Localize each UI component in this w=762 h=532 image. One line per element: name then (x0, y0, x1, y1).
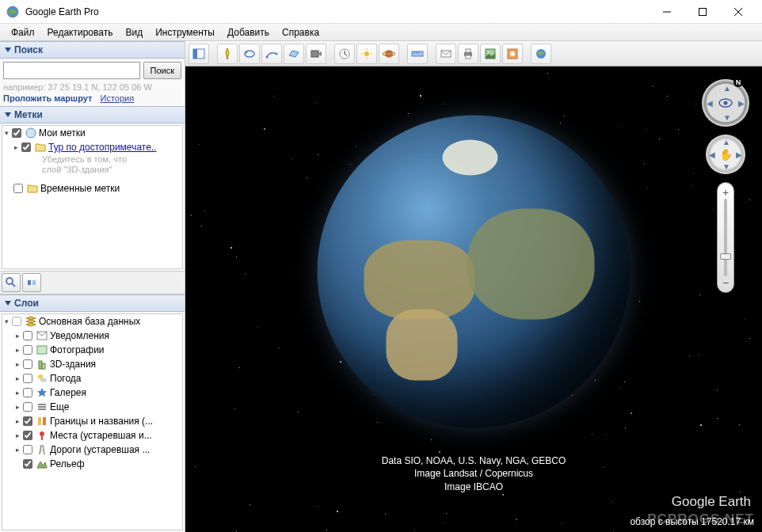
record-button[interactable] (306, 44, 326, 64)
history-link[interactable]: История (100, 93, 134, 103)
menu-view[interactable]: Вид (119, 25, 149, 40)
layer-checkbox[interactable] (23, 431, 32, 440)
minimize-button[interactable] (649, 0, 684, 23)
menu-tools[interactable]: Инструменты (149, 25, 221, 40)
layer-label: Галерея (50, 387, 86, 398)
zoom-thumb[interactable] (720, 253, 731, 260)
tree-toggle[interactable]: ▸ (13, 374, 21, 382)
weather-icon (36, 372, 48, 385)
layers-panel-header[interactable]: Слои (0, 294, 185, 312)
search-marks-button[interactable] (2, 273, 21, 292)
zoom-in-button[interactable]: + (719, 186, 732, 199)
layer-item[interactable]: ▸Погода (2, 371, 182, 386)
image-overlay-button[interactable] (284, 44, 304, 64)
layer-checkbox[interactable] (23, 374, 32, 383)
menu-file[interactable]: Файл (5, 25, 41, 40)
tree-toggle[interactable]: ▾ (2, 317, 10, 325)
layer-item[interactable]: Рельеф (2, 457, 182, 471)
compass-control[interactable]: N ▲ ▼ ◀ ▶ (702, 79, 749, 127)
path-button[interactable] (261, 44, 282, 64)
layer-item[interactable]: ▸Дороги (устаревшая ... (2, 443, 182, 457)
menu-add[interactable]: Добавить (221, 25, 276, 40)
svg-rect-8 (28, 280, 31, 285)
layer-checkbox[interactable] (23, 445, 32, 454)
ruler-button[interactable] (407, 44, 428, 64)
terrain-icon (36, 458, 48, 470)
pan-control[interactable]: ▲ ▼ ◀ ▶ ✋ (706, 135, 745, 174)
layers-root-label[interactable]: Основная база данных (39, 316, 140, 327)
tree-toggle[interactable]: ▸ (13, 389, 21, 397)
tree-toggle[interactable]: ▸ (13, 332, 21, 340)
layer-checkbox[interactable] (23, 331, 32, 340)
collapse-arrow-icon (5, 301, 11, 306)
svg-rect-26 (193, 49, 197, 59)
checkbox-tour[interactable] (21, 142, 31, 152)
hide-sidebar-button[interactable] (189, 44, 209, 64)
layer-checkbox[interactable] (23, 402, 32, 412)
polygon-button[interactable] (239, 44, 260, 64)
tree-toggle[interactable]: ▸ (13, 346, 21, 354)
tree-toggle[interactable]: ▸ (13, 431, 21, 439)
window-title: Google Earth Pro (25, 6, 649, 17)
layer-checkbox[interactable] (23, 359, 32, 369)
tree-toggle[interactable]: ▸ (12, 143, 20, 151)
svg-rect-19 (38, 408, 46, 410)
checkbox-my-marks[interactable] (12, 128, 21, 138)
time-history-button[interactable] (334, 44, 355, 64)
close-button[interactable] (720, 0, 756, 23)
checkbox-temp-marks[interactable] (13, 184, 23, 193)
tree-toggle[interactable]: ▸ (13, 360, 21, 368)
window-titlebar: Google Earth Pro (0, 0, 762, 24)
sun-button[interactable] (356, 44, 377, 64)
tree-toggle[interactable]: ▸ (13, 446, 21, 454)
globe-view[interactable]: N ▲ ▼ ◀ ▶ ▲ ▼ ◀ ▶ ✋ + − (185, 66, 762, 532)
zoom-slider[interactable]: + − (717, 182, 734, 293)
layer-item[interactable]: ▸Места (устаревшая и... (2, 428, 182, 443)
tour-link[interactable]: Тур по достопримечате.. (48, 142, 157, 153)
my-marks-label[interactable]: Мои метки (39, 127, 86, 139)
globe[interactable] (318, 115, 631, 428)
layer-item[interactable]: ▸3D-здания (2, 357, 182, 371)
pin-button[interactable] (217, 44, 238, 64)
search-panel-header[interactable]: Поиск (0, 41, 185, 59)
layer-label: 3D-здания (50, 359, 96, 370)
maximize-button[interactable] (684, 0, 720, 23)
layer-item[interactable]: ▸Еще (2, 400, 182, 414)
kml-button[interactable] (502, 44, 523, 64)
email-button[interactable] (436, 44, 456, 64)
layer-item[interactable]: ▸Границы и названия (... (2, 414, 182, 428)
layer-checkbox[interactable] (23, 416, 32, 426)
tree-toggle[interactable]: ▾ (2, 129, 10, 137)
view-earth-button[interactable] (531, 44, 551, 64)
layer-item[interactable]: ▸Фотографии (2, 343, 182, 357)
temp-marks-label[interactable]: Временные метки (40, 183, 120, 194)
zoom-track[interactable] (724, 199, 727, 276)
folder-icon (34, 141, 47, 154)
photo-icon (36, 344, 48, 356)
database-icon (25, 315, 37, 328)
nav-controls: N ▲ ▼ ◀ ▶ ▲ ▼ ◀ ▶ ✋ + − (702, 79, 749, 293)
search-button[interactable]: Поиск (143, 62, 181, 79)
checkbox-root[interactable] (12, 317, 21, 326)
menu-help[interactable]: Справка (276, 25, 326, 40)
layer-item[interactable]: ▸Галерея (2, 386, 182, 400)
save-image-button[interactable] (480, 44, 501, 64)
search-input[interactable] (3, 62, 140, 79)
layer-checkbox[interactable] (23, 459, 32, 469)
search-hint: например: 37 25 19.1 N, 122 05 06 W (3, 82, 181, 92)
zoom-out-button[interactable]: − (719, 276, 732, 289)
marks-panel-header[interactable]: Метки (0, 106, 185, 124)
layer-item[interactable]: ▸Уведомления (2, 329, 182, 343)
menu-edit[interactable]: Редактировать (41, 25, 120, 40)
route-link[interactable]: Проложить маршрут (3, 93, 92, 103)
print-button[interactable] (458, 44, 478, 64)
layer-label: Рельеф (50, 458, 85, 469)
tree-toggle[interactable]: ▸ (13, 403, 21, 411)
tree-toggle[interactable]: ▸ (13, 417, 21, 425)
layer-checkbox[interactable] (23, 388, 32, 397)
svg-point-12 (40, 348, 41, 349)
layer-label: Погода (50, 373, 82, 384)
tour-play-button[interactable] (22, 273, 41, 292)
layer-checkbox[interactable] (23, 345, 32, 355)
planet-button[interactable] (379, 44, 399, 64)
